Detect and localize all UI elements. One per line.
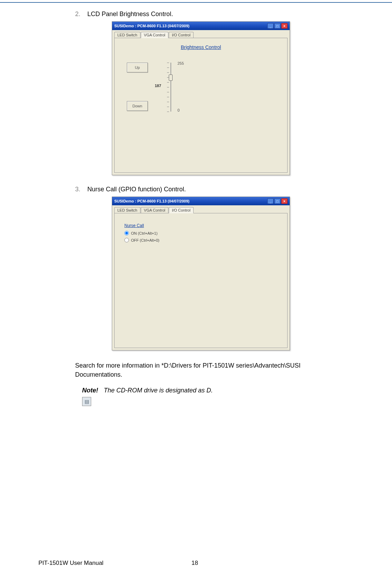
radio-on[interactable]: ON (Ctrl+Alt+1) bbox=[124, 231, 158, 235]
brightness-heading: Brightness Control bbox=[181, 44, 221, 50]
close-icon[interactable]: × bbox=[281, 198, 288, 204]
list-item-3: 3. Nurse Call (GPIO function) Control. bbox=[75, 186, 392, 193]
maximize-icon[interactable]: □ bbox=[274, 23, 281, 29]
brightness-slider-track bbox=[170, 63, 171, 112]
page-top-border bbox=[0, 0, 392, 3]
up-button[interactable]: Up bbox=[127, 63, 148, 72]
tab-vga-control[interactable]: VGA Control bbox=[141, 207, 168, 213]
minimize-icon[interactable]: _ bbox=[267, 198, 274, 204]
window-buttons: _ □ × bbox=[267, 198, 288, 204]
tab-io-control[interactable]: I/O Control bbox=[169, 207, 194, 213]
minimize-icon[interactable]: _ bbox=[267, 23, 274, 29]
maximize-icon[interactable]: □ bbox=[274, 198, 281, 204]
page-content: 2. LCD Panel Brightness Control. SUSIDem… bbox=[0, 10, 392, 406]
screenshot-brightness-window: SUSIDemo : PCM-8600 F1.13 (04/07/2009) _… bbox=[112, 21, 290, 175]
slider-current-label: 187 bbox=[155, 84, 161, 88]
tab-led-switch[interactable]: LED Switch bbox=[114, 32, 140, 38]
titlebar: SUSIDemo : PCM-8600 F1.13 (04/07/2009) _… bbox=[112, 22, 290, 30]
note-text: The CD-ROM drive is designated as D. bbox=[104, 387, 213, 394]
screenshot-nursecall-window: SUSIDemo : PCM-8600 F1.13 (04/07/2009) _… bbox=[112, 197, 290, 350]
window-title: SUSIDemo : PCM-8600 F1.13 (04/07/2009) bbox=[114, 199, 267, 203]
slider-max-label: 255 bbox=[177, 61, 184, 65]
tab-bar: LED Switch VGA Control I/O Control bbox=[114, 207, 288, 213]
info-paragraph: Search for more information in *D:\Drive… bbox=[75, 361, 320, 379]
list-number: 2. bbox=[75, 10, 86, 18]
nurse-call-heading: Nurse Call bbox=[124, 223, 144, 228]
down-button[interactable]: Down bbox=[127, 101, 148, 111]
note-block: Note! The CD-ROM drive is designated as … bbox=[82, 387, 392, 394]
list-text: Nurse Call (GPIO function) Control. bbox=[87, 186, 186, 193]
tab-bar: LED Switch VGA Control I/O Control bbox=[114, 31, 288, 38]
tab-io-control[interactable]: I/O Control bbox=[169, 32, 194, 38]
slider-min-label: 0 bbox=[177, 108, 180, 112]
footer-manual-title: PIT-1501W User Manual bbox=[38, 560, 103, 567]
tab-panel: Brightness Control Up Down 255 187 0 bbox=[114, 38, 288, 173]
tab-vga-control[interactable]: VGA Control bbox=[141, 32, 168, 38]
radio-on-input[interactable] bbox=[124, 231, 129, 235]
list-text: LCD Panel Brightness Control. bbox=[87, 10, 173, 17]
brightness-slider-thumb[interactable] bbox=[169, 74, 173, 81]
list-number: 3. bbox=[75, 186, 86, 193]
radio-on-label: ON (Ctrl+Alt+1) bbox=[131, 231, 158, 235]
tab-led-switch[interactable]: LED Switch bbox=[114, 207, 140, 213]
footer-page-number: 18 bbox=[191, 560, 198, 567]
notepad-icon: ▤ bbox=[82, 397, 91, 406]
slider-ticks bbox=[167, 63, 170, 112]
titlebar: SUSIDemo : PCM-8600 F1.13 (04/07/2009) _… bbox=[112, 197, 290, 205]
window-title: SUSIDemo : PCM-8600 F1.13 (04/07/2009) bbox=[114, 24, 267, 28]
list-item-2: 2. LCD Panel Brightness Control. bbox=[75, 10, 392, 18]
radio-off-label: OFF (Ctrl+Alt+0) bbox=[131, 238, 159, 242]
radio-off-input[interactable] bbox=[124, 238, 129, 242]
radio-off[interactable]: OFF (Ctrl+Alt+0) bbox=[124, 238, 159, 242]
window-buttons: _ □ × bbox=[267, 23, 288, 29]
tab-panel: Nurse Call ON (Ctrl+Alt+1) OFF (Ctrl+Alt… bbox=[114, 213, 288, 348]
close-icon[interactable]: × bbox=[281, 23, 288, 29]
note-label: Note! bbox=[82, 387, 98, 394]
